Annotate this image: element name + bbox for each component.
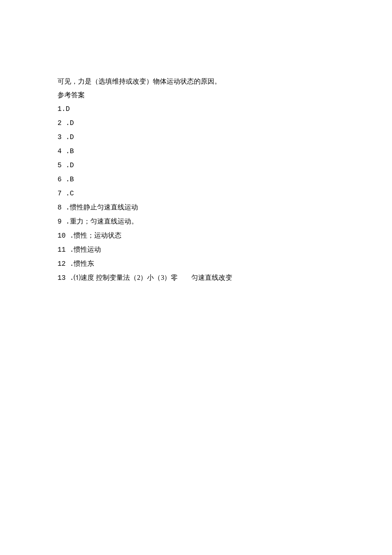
answer-row: 7 .C [58,186,341,200]
answer-label: 8 . [58,204,70,212]
answer-label: 13 . [58,274,74,282]
answer-row: 6 .B [58,172,341,186]
answer-row: 11 .惯性运动 [58,243,341,257]
answer-label: 4 .B [58,148,74,155]
answer-row: 5 .D [58,158,341,172]
answers-header: 参考答案 [58,88,341,102]
answer-row: 1.D [58,102,341,116]
answer-label: 6 .B [58,176,74,183]
answer-text: 惯性；运动状态 [74,232,121,239]
answer-label: 3 .D [58,134,74,141]
intro-line: 可见，力是（选填维持或改变）物体运动状态的原因。 [58,75,341,88]
answer-label: 1.D [58,105,70,113]
answer-row: 3 .D [58,130,341,144]
answer-row: 4 .B [58,144,341,158]
answer-text: 惯性东 [74,260,94,267]
answer-row: 10 .惯性；运动状态 [58,229,341,243]
answer-row: 9 .重力；匀速直线运动。 [58,215,341,229]
answer-label: 11 . [58,246,74,254]
answer-text: 惯性运动 [74,246,101,253]
answer-text: 重力；匀速直线运动。 [70,218,138,225]
answer-label: 7 .C [58,190,74,198]
answer-label: 5 .D [58,162,74,169]
answer-row: 13 .⑴速度 控制变量法（2）小（3）零 匀速直线改变 [58,271,341,285]
answer-text: 惯性静止匀速直线运动 [70,203,138,211]
answer-label: 2 .D [58,119,74,127]
answer-row: 8 .惯性静止匀速直线运动 [58,200,341,215]
answer-label: 10 . [58,232,74,240]
answer-row: 12 .惯性东 [58,257,341,271]
page-container: 可见，力是（选填维持或改变）物体运动状态的原因。 参考答案 1.D 2 .D 3… [0,0,392,555]
answer-label: 9 . [58,218,70,226]
answer-row: 2 .D [58,116,341,130]
answer-text: ⑴速度 控制变量法（2）小（3）零 匀速直线改变 [74,274,232,281]
answer-label: 12 . [58,260,74,268]
